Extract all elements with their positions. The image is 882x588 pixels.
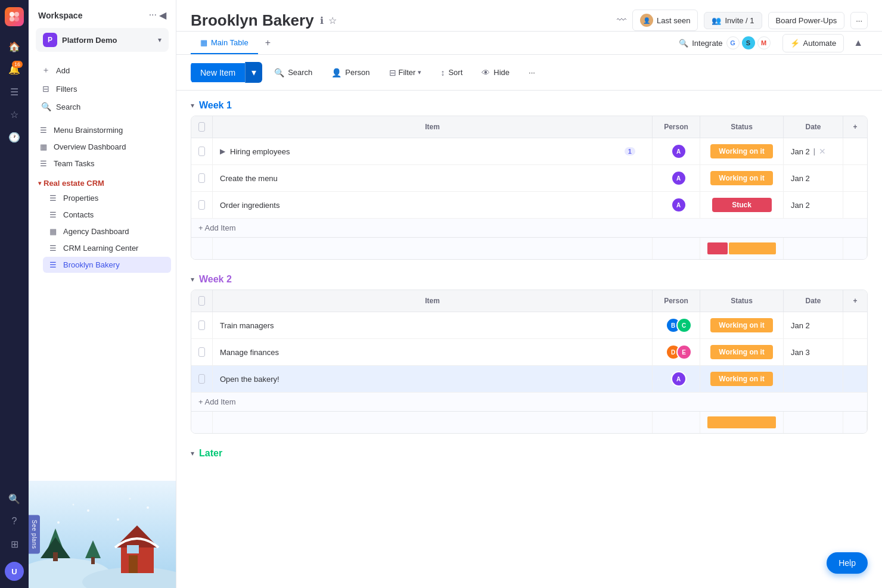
home-icon[interactable]: 🏠 — [5, 37, 24, 56]
nav-item-contacts[interactable]: ☰ Contacts — [43, 207, 171, 223]
help-icon[interactable]: ? — [5, 512, 24, 531]
row-date-cell[interactable] — [784, 366, 843, 392]
new-item-main[interactable]: New Item — [191, 63, 245, 82]
header-checkbox[interactable] — [191, 290, 213, 312]
week1-table: Item Person Status Date + ▶ Hiring emplo… — [191, 116, 868, 260]
invite-btn[interactable]: 👥 Invite / 1 — [704, 12, 762, 29]
row-status-cell[interactable]: Working on it — [700, 165, 784, 191]
search-action[interactable]: 🔍 Search — [36, 98, 169, 115]
add-item-row[interactable]: + Add Item — [191, 219, 867, 237]
row-checkbox[interactable] — [191, 312, 213, 338]
board-power-ups-btn[interactable]: Board Power-Ups — [768, 12, 845, 29]
user-avatar[interactable]: U — [5, 562, 24, 581]
group-later-header: ▾ Later — [191, 448, 868, 459]
nav-item-crm-learning[interactable]: ☰ CRM Learning Center — [43, 240, 171, 256]
header-date: Date — [784, 116, 843, 138]
row-status-cell[interactable]: Working on it — [700, 366, 784, 392]
inbox-icon[interactable]: ☰ — [5, 82, 24, 101]
person-btn[interactable]: 👤 Person — [324, 64, 377, 82]
new-item-button[interactable]: New Item ▾ — [191, 62, 262, 83]
row-checkbox[interactable] — [191, 339, 213, 365]
add-item-row[interactable]: + Add Item — [191, 393, 867, 411]
sidebar-collapse-icon[interactable]: ◀ — [159, 10, 166, 21]
board-info-icon[interactable]: ℹ — [320, 15, 324, 26]
activity-icon[interactable]: 〰 — [617, 15, 626, 26]
group-week1-collapse-icon[interactable]: ▾ — [191, 101, 194, 110]
row-checkbox[interactable] — [191, 138, 213, 164]
apps-icon[interactable]: ⊞ — [5, 534, 24, 553]
row-date-cell[interactable]: Jan 2 | ✕ — [784, 138, 843, 164]
row-date-cell[interactable]: Jan 2 — [784, 312, 843, 338]
tab-main-table[interactable]: ▦ Main Table — [191, 32, 258, 54]
board-more-btn[interactable]: ··· — [850, 12, 868, 29]
row-date-cell[interactable]: Jan 2 — [784, 165, 843, 191]
filter-btn[interactable]: ⊟ Filter ▾ — [382, 64, 429, 82]
header-add-col[interactable]: + — [843, 116, 867, 138]
notification-icon[interactable]: 🔔 16 — [5, 60, 24, 79]
add-action[interactable]: ＋ Add — [36, 61, 169, 79]
svg-point-3 — [14, 17, 19, 21]
row-checkbox[interactable] — [191, 366, 213, 392]
status-badge[interactable]: Stuck — [712, 198, 772, 212]
nav-item-menu-brainstorming[interactable]: ☰ Menu Brainstorming — [33, 122, 171, 138]
row-item-name: Open the bakery! — [220, 375, 635, 384]
new-item-dropdown[interactable]: ▾ — [245, 62, 262, 83]
week1-table-header: Item Person Status Date + — [191, 116, 867, 138]
recent-icon[interactable]: 🕐 — [5, 127, 24, 147]
integrate-btn[interactable]: 🔍 Integrate G S M — [672, 32, 777, 54]
help-button[interactable]: Help — [827, 552, 868, 574]
summary-empty — [191, 412, 213, 433]
status-badge[interactable]: Working on it — [710, 171, 772, 185]
row-date-cell[interactable]: Jan 2 — [784, 192, 843, 218]
sort-btn[interactable]: ↕ Sort — [433, 64, 470, 82]
nav-item-team-tasks[interactable]: ☰ Team Tasks — [33, 155, 171, 172]
row-status-cell[interactable]: Working on it — [700, 312, 784, 338]
svg-point-17 — [117, 518, 119, 521]
row-checkbox[interactable] — [191, 165, 213, 191]
board-star-icon[interactable]: ☆ — [328, 15, 337, 26]
header-checkbox[interactable] — [191, 116, 213, 138]
group-later-collapse-icon[interactable]: ▾ — [191, 449, 194, 458]
group-week2-collapse-icon[interactable]: ▾ — [191, 275, 194, 284]
row-date-cell[interactable]: Jan 3 — [784, 339, 843, 365]
add-item-label: + Add Item — [198, 397, 236, 406]
nav-item-agency-dashboard[interactable]: ▦ Agency Dashboard — [43, 223, 171, 239]
nav-item-overview-dashboard[interactable]: ▦ Overview Dashboard — [33, 139, 171, 155]
row-checkbox[interactable] — [191, 192, 213, 218]
toolbar-collapse-btn[interactable]: ▲ — [849, 34, 868, 52]
sidebar-more-icon[interactable]: ··· — [149, 10, 157, 21]
row-status-cell[interactable]: Working on it — [700, 339, 784, 365]
search-btn[interactable]: 🔍 Search — [267, 64, 319, 82]
crm-section-label[interactable]: ▾ Real estate CRM — [33, 174, 171, 190]
last-seen-btn[interactable]: 👤 Last seen — [632, 10, 698, 31]
group-later: ▾ Later — [191, 448, 868, 459]
header-add-col[interactable]: + — [843, 290, 867, 312]
filters-action[interactable]: ⊟ Filters — [36, 80, 169, 97]
row-item-name: Manage finances — [220, 348, 635, 357]
status-badge[interactable]: Working on it — [710, 345, 772, 359]
nav-item-brooklyn-bakery[interactable]: ☰ Brooklyn Bakery — [43, 257, 171, 273]
row-item-name: Train managers — [220, 321, 635, 330]
status-badge[interactable]: Working on it — [710, 144, 772, 158]
toolbar: New Item ▾ 🔍 Search 👤 Person ⊟ Filter ▾ … — [176, 55, 882, 91]
workspace-selector[interactable]: P Platform Demo ▾ — [36, 28, 169, 52]
search-icon[interactable]: 🔍 — [5, 489, 24, 508]
week1-summary-bar — [191, 237, 867, 259]
row-status-cell[interactable]: Working on it — [700, 138, 784, 164]
status-badge[interactable]: Working on it — [710, 318, 772, 332]
avatar: C — [676, 318, 692, 333]
hide-btn[interactable]: 👁 Hide — [474, 64, 517, 82]
sidebar-nav: ☰ Menu Brainstorming ▦ Overview Dashboar… — [29, 120, 176, 481]
automate-btn[interactable]: ⚡ Automate — [782, 34, 844, 52]
row-person-cell: B C — [653, 312, 700, 338]
summary-status-col — [700, 412, 784, 433]
row-status-cell[interactable]: Stuck — [700, 192, 784, 218]
row-expand-icon[interactable]: ▶ — [220, 147, 225, 155]
more-tools-btn[interactable]: ··· — [521, 64, 542, 81]
date-clear-icon[interactable]: ✕ — [819, 147, 826, 156]
favorite-icon[interactable]: ☆ — [5, 105, 24, 124]
tab-add-btn[interactable]: + — [258, 32, 278, 54]
nav-item-properties[interactable]: ☰ Properties — [43, 190, 171, 206]
status-badge[interactable]: Working on it — [710, 372, 772, 386]
see-plans-strip[interactable]: See plans — [29, 515, 40, 554]
